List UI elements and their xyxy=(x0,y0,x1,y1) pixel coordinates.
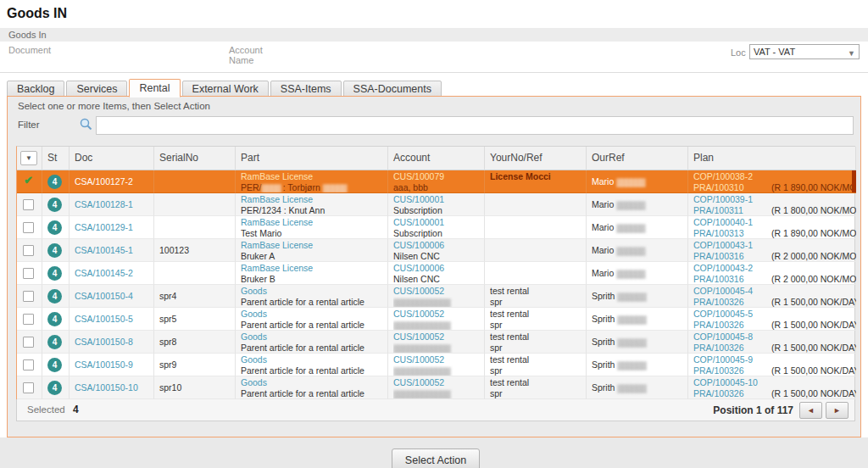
yourno-ref-cell: test rentalspr xyxy=(485,331,587,354)
plan-cop-link[interactable]: COP/100045-8 xyxy=(693,332,753,342)
part-link[interactable]: Goods xyxy=(241,309,267,319)
row-checkbox[interactable] xyxy=(23,314,34,325)
plan-pra-link[interactable]: PRA/100310 xyxy=(693,182,771,193)
part-cell: GoodsParent article for a rental article xyxy=(236,331,388,354)
cell-text: Mario xyxy=(592,222,616,232)
tab-rental[interactable]: Rental xyxy=(129,79,180,98)
redacted-text: ▓▓▓▓▓▓ xyxy=(616,224,644,232)
serialno-cell xyxy=(154,262,236,285)
row-checkbox[interactable] xyxy=(23,268,34,279)
row-checkbox[interactable] xyxy=(23,359,34,370)
doc-cell: CSA/100145-2 xyxy=(70,262,154,285)
tab-ssa-documents[interactable]: SSA-Documents xyxy=(343,81,442,98)
part-link[interactable]: RamBase License xyxy=(241,217,313,227)
row-checkbox[interactable] xyxy=(23,222,34,233)
part-link[interactable]: Goods xyxy=(241,286,267,296)
doc-link[interactable]: CSA/100129-1 xyxy=(75,222,133,232)
plan-cop-link[interactable]: COP/100045-10 xyxy=(693,377,758,387)
plan-cop-link[interactable]: COP/100038-2 xyxy=(693,171,753,181)
doc-link[interactable]: CSA/100150-5 xyxy=(75,314,133,324)
select-action-button[interactable]: Select Action xyxy=(392,448,480,468)
part-link[interactable]: RamBase License xyxy=(241,171,313,181)
plan-cop-link[interactable]: COP/100045-4 xyxy=(693,286,753,296)
plan-pra-link[interactable]: PRA/100313 xyxy=(693,228,771,239)
row-checkbox[interactable] xyxy=(23,382,34,393)
part-link[interactable]: Goods xyxy=(241,377,267,387)
next-page-button[interactable]: ► xyxy=(826,402,849,419)
filter-input[interactable] xyxy=(96,116,854,135)
plan-pra-link[interactable]: PRA/100326 xyxy=(693,320,771,331)
part-link[interactable]: RamBase License xyxy=(241,240,313,250)
instruction-text: Select one or more Items, then Select Ac… xyxy=(18,101,210,111)
plan-cop-link[interactable]: COP/100043-1 xyxy=(693,240,753,250)
redacted-text: ▓▓▓▓▓ xyxy=(323,184,347,192)
table-row: 4CSA/100150-8spr8GoodsParent article for… xyxy=(17,331,854,354)
plan-cop-link[interactable]: COP/100045-9 xyxy=(693,354,753,365)
row-select-cell xyxy=(17,354,42,376)
tab-ssa-items[interactable]: SSA-Items xyxy=(270,81,342,98)
previous-page-button[interactable]: ◄ xyxy=(799,402,822,419)
plan-pra-link[interactable]: PRA/100326 xyxy=(693,297,771,308)
tab-external-work[interactable]: External Work xyxy=(182,81,269,98)
ourref-cell: Sprith ▓▓▓▓▓▓ xyxy=(587,285,688,308)
loc-dropdown[interactable]: VAT - VAT ▼ xyxy=(749,44,860,59)
ourref-cell: Sprith ▓▓▓▓▓▓ xyxy=(587,376,688,399)
plan-pra-link[interactable]: PRA/100326 xyxy=(693,388,771,399)
plan-pra-link[interactable]: PRA/100326 xyxy=(693,343,771,354)
part-link[interactable]: RamBase License xyxy=(241,263,313,273)
cell-text: Sprith xyxy=(592,359,617,370)
doc-link[interactable]: CSA/100145-2 xyxy=(75,268,133,278)
select-all-dropdown-button[interactable]: ▼ xyxy=(20,151,37,165)
tab-services[interactable]: Services xyxy=(66,81,127,98)
account-link[interactable]: CUS/100052 xyxy=(393,309,444,319)
account-link[interactable]: CUS/100079 xyxy=(393,171,444,181)
status-badge: 4 xyxy=(47,381,62,395)
rental-panel: Select one or more Items, then Select Ac… xyxy=(7,96,861,437)
plan-pra-link[interactable]: PRA/100316 xyxy=(693,274,771,285)
account-link[interactable]: CUS/100052 xyxy=(393,354,444,365)
cell-text: Parent article for a rental article xyxy=(241,320,364,330)
scrollbar-thumb[interactable] xyxy=(852,170,856,192)
account-link[interactable]: CUS/100006 xyxy=(393,263,444,273)
account-link[interactable]: CUS/100001 xyxy=(393,194,444,204)
doc-link[interactable]: CSA/100150-4 xyxy=(75,291,133,301)
doc-link[interactable]: CSA/100150-9 xyxy=(75,359,133,370)
yourno-line1 xyxy=(490,216,586,217)
account-link[interactable]: CUS/100052 xyxy=(393,286,444,296)
doc-link[interactable]: CSA/100127-2 xyxy=(75,176,133,187)
plan-pra-link[interactable]: PRA/100326 xyxy=(693,365,771,376)
row-checkbox[interactable] xyxy=(23,199,34,210)
plan-cop-link[interactable]: COP/100043-2 xyxy=(693,263,753,273)
account-name: Subscription xyxy=(393,205,484,216)
status-cell: 4 xyxy=(42,216,70,239)
account-link[interactable]: CUS/100006 xyxy=(393,240,444,250)
account-link[interactable]: CUS/100052 xyxy=(393,377,444,387)
tab-backlog[interactable]: Backlog xyxy=(7,81,64,98)
table-row: 4CSA/100145-1100123RamBase LicenseBruker… xyxy=(17,239,854,262)
part-link[interactable]: RamBase License xyxy=(241,194,313,204)
account-name: ▓▓▓▓▓▓▓▓▓▓▓▓ xyxy=(393,297,484,308)
account-link[interactable]: CUS/100052 xyxy=(393,332,444,342)
row-checkbox[interactable] xyxy=(23,291,34,302)
row-checkbox[interactable] xyxy=(23,245,34,256)
plan-pra-link[interactable]: PRA/100316 xyxy=(693,251,771,262)
doc-link[interactable]: CSA/100150-10 xyxy=(75,382,138,393)
search-icon[interactable] xyxy=(79,117,93,131)
doc-link[interactable]: CSA/100128-1 xyxy=(75,199,133,209)
redacted-text: ▓▓▓▓▓▓ xyxy=(617,338,645,347)
plan-cop-link[interactable]: COP/100039-1 xyxy=(693,194,753,204)
plan-cop-link[interactable]: COP/100045-5 xyxy=(693,309,753,319)
cell-text: Parent article for a rental article xyxy=(241,388,364,398)
cell-text: Subscription xyxy=(393,205,442,215)
redacted-text: ▓▓▓▓▓▓ xyxy=(616,247,644,255)
doc-link[interactable]: CSA/100145-1 xyxy=(75,245,133,255)
doc-link[interactable]: CSA/100150-8 xyxy=(75,337,133,347)
plan-pra-link[interactable]: PRA/100311 xyxy=(693,205,771,216)
account-cell: CUS/100052▓▓▓▓▓▓▓▓▓▓▓▓ xyxy=(388,331,485,354)
plan-cop-link[interactable]: COP/100040-1 xyxy=(693,217,753,227)
part-link[interactable]: Goods xyxy=(241,354,267,365)
row-checkbox[interactable] xyxy=(23,337,34,348)
checkmark-icon[interactable]: ✔ xyxy=(24,174,42,187)
account-link[interactable]: CUS/100001 xyxy=(393,217,444,227)
part-link[interactable]: Goods xyxy=(241,332,267,342)
